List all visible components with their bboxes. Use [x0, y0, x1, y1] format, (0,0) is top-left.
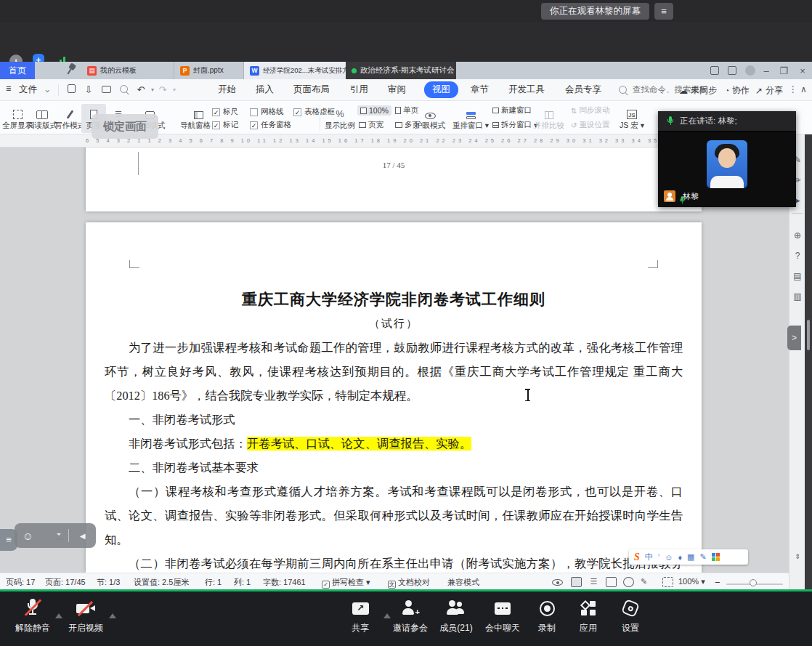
- view-read-button[interactable]: [606, 577, 617, 587]
- mute-options-arrow[interactable]: [55, 613, 62, 618]
- scrollbar-thumb[interactable]: [807, 320, 810, 350]
- menu-start[interactable]: 开始: [218, 84, 236, 96]
- menu-member[interactable]: 会员专享: [565, 84, 601, 96]
- reset-position-button[interactable]: ↺重设位置: [571, 120, 609, 130]
- sync-scroll-button[interactable]: ⇅同步滚动: [571, 105, 609, 116]
- zoom-ratio-button[interactable]: % 显示比例: [324, 104, 356, 131]
- settings-button[interactable]: 设置: [607, 597, 654, 634]
- ime-toolbox-icon[interactable]: [712, 553, 720, 561]
- share-screen-button[interactable]: ↗ 共享: [337, 597, 383, 634]
- tab-home[interactable]: 首页: [0, 62, 35, 79]
- export-tool-icon[interactable]: ▥: [789, 291, 805, 302]
- zoom-out-button[interactable]: −: [715, 577, 720, 588]
- proofread-button[interactable]: 文文档校对: [388, 577, 430, 589]
- video-button[interactable]: 开启视频: [62, 597, 109, 634]
- sogou-logo-icon[interactable]: S: [634, 552, 640, 563]
- view-web-button[interactable]: [623, 577, 634, 587]
- zoom-slider-thumb[interactable]: [750, 579, 757, 586]
- menu-review[interactable]: 审阅: [388, 84, 406, 96]
- spell-check-button[interactable]: ✓拼写检查 ▾: [322, 577, 370, 589]
- ime-keyboard-icon[interactable]: ▦: [687, 552, 694, 562]
- emoji-icon[interactable]: ☺: [15, 530, 41, 542]
- tab-cloud-templates[interactable]: ▤ 我的云模板: [81, 62, 174, 79]
- meeting-window-tab[interactable]: 政治经济系-期末考试研讨会: [346, 62, 456, 79]
- apps-button[interactable]: 应用: [565, 597, 612, 634]
- page-number-footer: 17 / 45: [86, 161, 702, 169]
- menu-page-layout[interactable]: 页面布局: [293, 84, 330, 96]
- record-button[interactable]: 录制: [524, 597, 570, 634]
- side-by-side-button[interactable]: 并排比较: [530, 104, 568, 131]
- menu-insert[interactable]: 插入: [256, 84, 274, 96]
- export-icon[interactable]: ⇩: [83, 84, 94, 96]
- user-avatar-icon[interactable]: [745, 65, 755, 76]
- zoom-100-button[interactable]: 100%: [357, 105, 391, 116]
- sync-status-button[interactable]: ☁ 未同步: [679, 84, 717, 97]
- share-button[interactable]: ↗ 分享: [755, 84, 783, 97]
- zoom-percent-button[interactable]: 100% ▾: [678, 577, 705, 586]
- markup-checkbox[interactable]: ✓ 标记: [212, 120, 238, 130]
- undo-icon[interactable]: ↶: [135, 84, 147, 96]
- pin-icon[interactable]: [62, 62, 78, 78]
- members-button[interactable]: 成员(21): [433, 597, 479, 634]
- banner-menu-button[interactable]: ≡: [654, 3, 673, 20]
- reaction-toolbar[interactable]: ☺ ◀: [15, 523, 96, 548]
- ime-skin-icon[interactable]: ✎: [700, 552, 707, 562]
- video-options-arrow[interactable]: [109, 613, 116, 618]
- expand-panel-button[interactable]: >: [787, 326, 801, 350]
- minimize-button[interactable]: –: [758, 65, 774, 77]
- mute-button[interactable]: 解除静音: [9, 597, 56, 634]
- page-width-button[interactable]: 页宽: [359, 120, 383, 130]
- view-page-button[interactable]: [571, 577, 582, 587]
- rearrange-windows-button[interactable]: 重排窗口 ▾: [452, 104, 490, 131]
- print-icon[interactable]: [100, 84, 112, 96]
- task-pane-checkbox[interactable]: ✓ 任务窗格: [250, 120, 291, 130]
- close-button[interactable]: ×: [795, 65, 811, 77]
- eye-protect-button[interactable]: 护眼模式: [411, 104, 449, 131]
- chat-button[interactable]: 会中聊天: [479, 597, 526, 634]
- menu-view[interactable]: 视图: [424, 81, 458, 98]
- ime-mic-icon[interactable]: ♦: [678, 553, 682, 562]
- host-icon: [664, 190, 675, 202]
- redo-icon[interactable]: ↷: [157, 84, 169, 96]
- menu-section[interactable]: 章节: [471, 84, 489, 96]
- invite-button[interactable]: + 邀请参会: [387, 597, 434, 634]
- menu-dev-tools[interactable]: 开发工具: [508, 84, 545, 96]
- menu-reference[interactable]: 引用: [350, 84, 368, 96]
- ime-emoji-icon[interactable]: ☺: [665, 553, 673, 562]
- new-window-button[interactable]: 新建窗口: [492, 105, 532, 116]
- tab-exam-plan-doc[interactable]: W 经济学院202...末考试安排方案: [244, 62, 347, 79]
- document-page[interactable]: 重庆工商大学经济学院非闭卷考试工作细则 （试行） 为了进一步加强课程考核和考试命…: [86, 222, 702, 573]
- redo-dropdown-icon[interactable]: ▾: [169, 84, 180, 96]
- help-tool-icon[interactable]: ?: [789, 251, 805, 261]
- read-tool-icon[interactable]: ▤: [789, 271, 805, 281]
- file-menu-arrow[interactable]: ⌄: [44, 84, 51, 94]
- file-menu[interactable]: 文件: [19, 84, 37, 96]
- view-write-button[interactable]: ✎: [641, 577, 651, 587]
- ime-lang-toggle[interactable]: 中: [645, 552, 653, 562]
- ime-toolbar[interactable]: S 中 ’ ☺ ♦ ▦ ✎: [629, 549, 748, 565]
- collab-button[interactable]: ◔ 协作: [725, 84, 750, 97]
- hamburger-icon[interactable]: ≡: [6, 84, 11, 94]
- document-page-prev[interactable]: 17 / 45: [86, 148, 702, 211]
- save-icon[interactable]: [65, 84, 77, 96]
- translate-tool-icon[interactable]: ⊕: [789, 230, 805, 241]
- view-outline-button[interactable]: ☰: [588, 577, 599, 587]
- speaker-video-panel[interactable]: 正在讲话: 林黎; 林黎: [658, 111, 796, 207]
- ime-punct-icon[interactable]: ’: [658, 553, 659, 562]
- gridlines-checkbox[interactable]: 网格线: [250, 107, 284, 117]
- tab-cover-pptx[interactable]: P 封面.pptx: [174, 62, 244, 79]
- fit-page-button[interactable]: [662, 577, 673, 587]
- layout-switch-icon[interactable]: [710, 66, 719, 75]
- tab-grid-icon[interactable]: [728, 66, 736, 75]
- more-menu-icon[interactable]: ⋮: [789, 84, 797, 94]
- ruler-checkbox[interactable]: ✓ 标尺: [212, 107, 238, 117]
- wps-status-bar: 页码: 17 页面: 17/45 节: 1/3 设置值: 2.5厘米 行: 1 …: [0, 573, 812, 590]
- js-macro-button[interactable]: JS JS 宏 ▾: [616, 104, 648, 131]
- document-canvas[interactable]: 17 / 45 重庆工商大学经济学院非闭卷考试工作细则 （试行） 为了进一步加强…: [0, 148, 812, 573]
- collapse-ribbon-icon[interactable]: ∧: [800, 84, 807, 94]
- scroll-arrows-icon[interactable]: ⇕: [789, 553, 805, 560]
- eye-protect-toggle[interactable]: [552, 579, 563, 586]
- restore-button[interactable]: ❐: [776, 65, 792, 77]
- collapse-left-icon[interactable]: ◀: [69, 532, 96, 540]
- print-preview-icon[interactable]: [118, 84, 129, 96]
